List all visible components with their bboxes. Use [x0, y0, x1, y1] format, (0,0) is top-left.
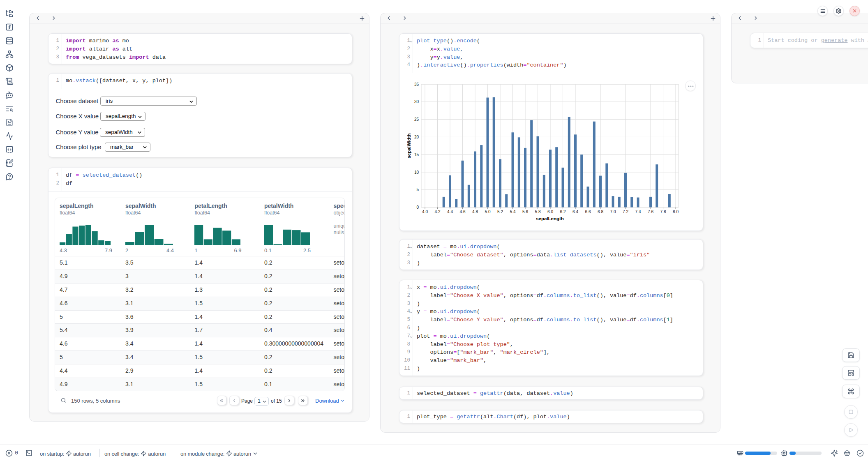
- svg-text:15: 15: [414, 152, 419, 157]
- svg-text:4.6: 4.6: [460, 210, 466, 214]
- svg-text:7.2: 7.2: [623, 210, 628, 214]
- svg-text:4.0: 4.0: [422, 210, 428, 214]
- svg-text:10: 10: [414, 170, 419, 175]
- svg-text:25: 25: [414, 117, 419, 122]
- svg-text:5.6: 5.6: [522, 210, 528, 214]
- svg-text:0: 0: [416, 205, 419, 210]
- svg-text:7.6: 7.6: [648, 210, 653, 214]
- svg-text:6.8: 6.8: [598, 210, 603, 214]
- svg-text:sepalWidth: sepalWidth: [406, 133, 411, 158]
- svg-text:7.0: 7.0: [610, 210, 616, 214]
- svg-text:6.2: 6.2: [560, 210, 566, 214]
- svg-text:6.0: 6.0: [547, 210, 553, 214]
- svg-text:6.4: 6.4: [573, 210, 578, 214]
- svg-text:4.8: 4.8: [472, 210, 478, 214]
- svg-text:7.4: 7.4: [635, 210, 641, 214]
- svg-text:4.2: 4.2: [435, 210, 441, 214]
- svg-text:5.8: 5.8: [535, 210, 541, 214]
- svg-text:6.6: 6.6: [585, 210, 591, 214]
- svg-text:5.4: 5.4: [510, 210, 516, 214]
- svg-text:30: 30: [414, 99, 419, 104]
- svg-text:sepalLength: sepalLength: [536, 216, 564, 221]
- svg-text:5.0: 5.0: [485, 210, 491, 214]
- svg-text:5: 5: [416, 187, 419, 192]
- svg-text:5.2: 5.2: [497, 210, 503, 214]
- svg-text:7.8: 7.8: [660, 210, 666, 214]
- svg-text:35: 35: [414, 82, 419, 87]
- svg-text:8.0: 8.0: [673, 210, 679, 214]
- svg-text:4.4: 4.4: [447, 210, 453, 214]
- svg-text:20: 20: [414, 135, 419, 139]
